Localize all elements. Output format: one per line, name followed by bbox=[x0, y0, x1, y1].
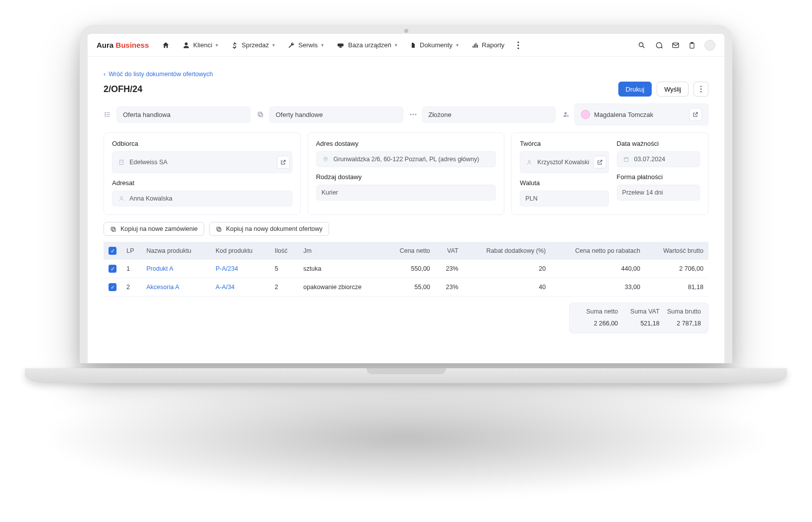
open-creator-button[interactable] bbox=[593, 156, 606, 169]
currency-label: Waluta bbox=[520, 179, 608, 187]
topbar: Aura Business Klienci ▾ Sprzedaż ▾ bbox=[88, 34, 724, 57]
delivery-method-label: Rodzaj dostawy bbox=[316, 173, 496, 181]
totals-net-label: Suma netto bbox=[577, 308, 618, 315]
svg-point-16 bbox=[105, 116, 106, 116]
nav-sprzedaz-label: Sprzedaż bbox=[241, 41, 269, 49]
svg-point-14 bbox=[105, 112, 106, 113]
product-link[interactable]: Akcesoria A bbox=[141, 278, 211, 297]
dots-icon bbox=[409, 113, 417, 116]
col-gross: Wartość brutto bbox=[645, 242, 708, 260]
recipient-company-field[interactable]: Edelweiss SA bbox=[112, 151, 292, 173]
delivery-panel: Adres dostawy Grunwaldzka 2/6, 60-122 Po… bbox=[308, 132, 505, 215]
person-assign-icon bbox=[562, 111, 570, 118]
nav-sprzedaz[interactable]: Sprzedaż ▾ bbox=[231, 41, 275, 49]
svg-rect-30 bbox=[624, 158, 628, 162]
product-code-link[interactable]: P-A/234 bbox=[211, 260, 270, 278]
row-checkbox[interactable]: ✓ bbox=[109, 265, 116, 273]
svg-rect-35 bbox=[111, 227, 115, 230]
chat-icon[interactable] bbox=[655, 41, 663, 49]
delivery-addr-label: Adres dostawy bbox=[316, 140, 496, 147]
doc-status-field[interactable]: Złożone bbox=[422, 106, 556, 123]
svg-point-0 bbox=[518, 41, 519, 43]
doc-type-field[interactable]: Oferta handlowa bbox=[116, 106, 250, 123]
svg-point-20 bbox=[412, 114, 414, 115]
chart-icon bbox=[471, 42, 478, 49]
svg-point-10 bbox=[700, 91, 702, 93]
send-button[interactable]: Wyślij bbox=[657, 82, 689, 97]
nav-dokumenty[interactable]: Dokumenty ▾ bbox=[410, 41, 459, 49]
back-link-label: Wróć do listy dokumentów ofertowych bbox=[109, 71, 213, 78]
nav-raporty[interactable]: Raporty bbox=[471, 41, 505, 49]
product-link[interactable]: Produkt A bbox=[141, 260, 211, 278]
totals-vat-label: Suma VAT bbox=[618, 308, 659, 315]
product-code-link[interactable]: A-A/34 bbox=[211, 278, 270, 297]
svg-point-21 bbox=[415, 114, 416, 115]
calendar-icon bbox=[622, 156, 630, 162]
svg-rect-22 bbox=[120, 160, 123, 165]
copy-to-offer-button[interactable]: Kopiuj na nowy dokument ofertowy bbox=[209, 222, 329, 236]
totals-box: Suma netto Suma VAT Suma brutto 2 266,00… bbox=[569, 303, 708, 333]
delivery-method-field[interactable]: Kurier bbox=[316, 185, 496, 201]
nav-dokumenty-label: Dokumenty bbox=[420, 41, 453, 49]
open-recipient-button[interactable] bbox=[277, 156, 290, 169]
meta-panel: Twórca Krzysztof Kowalski Waluta bbox=[511, 132, 708, 215]
person-outline-icon bbox=[525, 159, 533, 165]
person-icon bbox=[183, 42, 190, 49]
nav-klienci-label: Klienci bbox=[193, 41, 212, 49]
more-menu-icon[interactable] bbox=[517, 41, 519, 49]
nav-klienci[interactable]: Klienci ▾ bbox=[183, 41, 218, 49]
copy-to-order-button[interactable]: Kopiuj na nowe zamówienie bbox=[104, 222, 204, 236]
doc-owner-field[interactable]: Magdalena Tomczak bbox=[575, 104, 708, 125]
svg-point-3 bbox=[639, 42, 643, 46]
recipient-company-label: Odbiorca bbox=[112, 140, 292, 147]
more-actions-button[interactable] bbox=[694, 82, 708, 97]
list-icon bbox=[104, 111, 112, 118]
col-unit: Jm bbox=[298, 242, 384, 260]
building-icon bbox=[117, 159, 125, 165]
document-icon bbox=[410, 42, 416, 49]
home-icon[interactable] bbox=[162, 41, 170, 49]
chevron-down-icon: ▾ bbox=[272, 42, 275, 48]
chevron-left-icon: ‹ bbox=[104, 71, 106, 78]
totals-gross-label: Suma brutto bbox=[660, 308, 701, 315]
currency-field[interactable]: PLN bbox=[520, 191, 608, 207]
back-link[interactable]: ‹ Wróć do listy dokumentów ofertowych bbox=[104, 71, 708, 78]
svg-rect-17 bbox=[259, 113, 262, 117]
nav-baza-urzadzen[interactable]: Baza urządzeń ▾ bbox=[337, 41, 397, 49]
products-table: ✓ LP Nazwa produktu Kod produktu Ilość J… bbox=[104, 242, 708, 297]
clipboard-icon[interactable] bbox=[689, 41, 696, 49]
svg-rect-18 bbox=[258, 112, 261, 115]
col-discount: Rabat dodatkowy (%) bbox=[464, 242, 551, 260]
svg-rect-37 bbox=[217, 227, 220, 230]
doc-group-field[interactable]: Oferty handlowe bbox=[269, 106, 403, 123]
payment-label: Forma płatności bbox=[617, 173, 700, 181]
chevron-down-icon: ▾ bbox=[395, 42, 397, 48]
document-title: 2/OFH/24 bbox=[104, 84, 142, 95]
totals-vat-value: 521,18 bbox=[618, 320, 659, 327]
recipient-person-label: Adresat bbox=[112, 179, 292, 187]
totals-gross-value: 2 787,18 bbox=[660, 320, 701, 327]
select-all-checkbox[interactable]: ✓ bbox=[109, 247, 116, 255]
print-button[interactable]: Drukuj bbox=[618, 82, 652, 97]
recipient-person-field[interactable]: Anna Kowalska bbox=[112, 191, 292, 207]
svg-line-4 bbox=[643, 46, 645, 48]
row-checkbox[interactable]: ✓ bbox=[109, 283, 116, 291]
person-outline-icon bbox=[117, 196, 125, 202]
open-owner-button[interactable] bbox=[689, 108, 702, 121]
pin-icon bbox=[322, 156, 330, 163]
col-vat: VAT bbox=[435, 242, 464, 260]
mail-icon[interactable] bbox=[672, 41, 680, 49]
svg-point-1 bbox=[518, 44, 519, 46]
col-lp: LP bbox=[121, 242, 141, 260]
nav-serwis-label: Serwis bbox=[298, 41, 318, 49]
validity-field[interactable]: 03.07.2024 bbox=[617, 151, 700, 167]
creator-field[interactable]: Krzysztof Kowalski bbox=[520, 151, 608, 173]
user-avatar[interactable] bbox=[704, 40, 715, 51]
payment-field[interactable]: Przelew 14 dni bbox=[617, 185, 700, 201]
delivery-addr-field[interactable]: Grunwaldzka 2/6, 60-122 Poznań, PL (adre… bbox=[316, 151, 496, 167]
svg-point-15 bbox=[105, 114, 106, 114]
nav-serwis[interactable]: Serwis ▾ bbox=[288, 41, 324, 49]
creator-label: Twórca bbox=[520, 140, 608, 147]
svg-point-19 bbox=[410, 114, 411, 115]
search-icon[interactable] bbox=[638, 41, 646, 49]
